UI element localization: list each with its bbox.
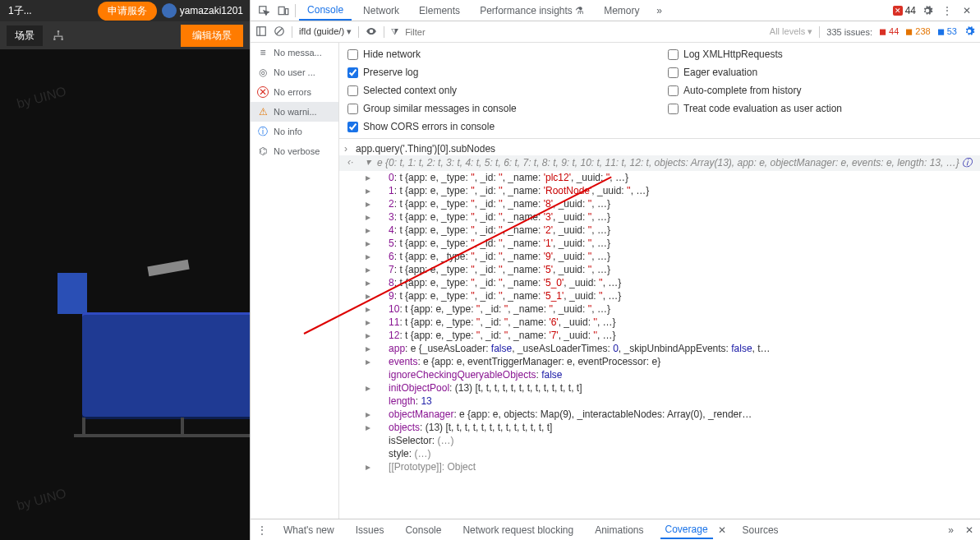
window-tab[interactable]: 1子... xyxy=(0,4,40,18)
console-prop-objects[interactable]: ▸ objects: (13) [t, t, t, t, t, t, t, t,… xyxy=(339,421,980,434)
console-prop-initpool[interactable]: ▸ initObjectPool: (13) [t, t, t, t, t, t… xyxy=(339,381,980,395)
sidebar-item-user[interactable]: ◎No user ... xyxy=(251,62,338,82)
tab-console[interactable]: Console xyxy=(299,1,352,21)
filter-input[interactable] xyxy=(405,27,518,37)
sidebar-item-errors[interactable]: ✕No errors xyxy=(251,82,338,102)
more-tabs-icon[interactable]: » xyxy=(651,2,668,19)
issue-info-count: ◼ 53 xyxy=(937,26,957,37)
warning-icon: ⚠ xyxy=(257,106,269,118)
console-prop-ignore[interactable]: ignoreCheckingQueryableObjects: false xyxy=(339,368,980,381)
console-prop-style[interactable]: style: (…) xyxy=(339,447,980,460)
close-tab-icon[interactable]: ✕ xyxy=(718,524,726,536)
close-drawer-icon[interactable]: ✕ xyxy=(965,524,973,536)
drawer-tab-coverage[interactable]: Coverage xyxy=(660,521,713,539)
close-devtools-icon[interactable]: ✕ xyxy=(959,2,975,19)
console-array-item[interactable]: ▸ 11: t {app: e, _type: '', _id: '', _na… xyxy=(339,316,980,329)
drawer-tab-console[interactable]: Console xyxy=(400,522,446,538)
console-array-item[interactable]: ▸ 9: t {app: e, _type: '', _id: '', _nam… xyxy=(339,289,980,302)
sidebar-item-warnings[interactable]: ⚠No warni... xyxy=(251,102,338,122)
watermark: by UINO xyxy=(16,84,68,111)
console-result-header[interactable]: ‹·▾ e {0: t, 1: t, 2: t, 3: t, 4: t, 5: … xyxy=(339,155,980,171)
scene-toolbar: 场景 编辑场景 xyxy=(0,21,250,49)
issue-error-count: ◼ 44 xyxy=(879,26,899,37)
edit-scene-button[interactable]: 编辑场景 xyxy=(181,25,243,47)
chk-group-similar[interactable]: Group similar messages in console xyxy=(347,100,651,117)
console-prompt-line: › app.query('.Thing')[0].subNodes xyxy=(339,142,980,155)
console-prop-isselector[interactable]: isSelector: (…) xyxy=(339,434,980,447)
console-array-item[interactable]: ▸ 5: t {app: e, _type: '', _id: '', _nam… xyxy=(339,237,980,250)
username-label: yamazaki1201 xyxy=(180,5,243,16)
context-selector[interactable]: ifId (guide/) ▾ xyxy=(299,26,352,37)
settings-icon[interactable] xyxy=(919,2,936,19)
console-array-item[interactable]: ▸ 1: t {app: e, _type: '', _id: '', _nam… xyxy=(339,184,980,197)
console-prop-app[interactable]: ▸ app: e {_useAsLoader: false, _useAsLoa… xyxy=(339,342,980,355)
bug-icon: ⌬ xyxy=(257,145,269,157)
console-array-item[interactable]: ▸ 4: t {app: e, _type: '', _id: '', _nam… xyxy=(339,224,980,237)
engine-model[interactable] xyxy=(49,288,250,452)
console-array-item[interactable]: ▸ 3: t {app: e, _type: '', _id: '', _nam… xyxy=(339,210,980,224)
inspect-icon[interactable] xyxy=(255,2,272,19)
chk-hide-network[interactable]: Hide network xyxy=(347,46,651,62)
svg-rect-6 xyxy=(257,26,266,35)
sidebar-item-verbose[interactable]: ⌬No verbose xyxy=(251,141,338,161)
console-settings-icon[interactable] xyxy=(964,25,975,39)
levels-dropdown[interactable]: All levels ▾ xyxy=(770,26,812,37)
device-toggle-icon[interactable] xyxy=(275,2,292,19)
svg-rect-1 xyxy=(53,39,55,40)
console-prop-objmgr[interactable]: ▸ objectManager: e {app: e, objects: Map… xyxy=(339,408,980,421)
drawer-tab-whatsnew[interactable]: What's new xyxy=(278,522,339,538)
drawer-tab-netblock[interactable]: Network request blocking xyxy=(458,522,578,538)
chevron-down-icon: ▾ xyxy=(347,26,352,36)
chk-selected-ctx[interactable]: Selected context only xyxy=(347,82,651,99)
drawer-tab-issues[interactable]: Issues xyxy=(351,522,389,538)
avatar[interactable] xyxy=(162,3,177,18)
sidebar-item-messages[interactable]: ≡No messa... xyxy=(251,43,338,62)
console-array-item[interactable]: ▸ 2: t {app: e, _type: '', _id: '', _nam… xyxy=(339,197,980,210)
watermark: by UINO xyxy=(16,486,68,513)
error-badge[interactable]: ✕44 xyxy=(893,5,916,16)
chk-preserve-log[interactable]: Preserve log xyxy=(347,64,651,81)
error-icon: ✕ xyxy=(257,86,269,98)
svg-rect-2 xyxy=(62,39,63,40)
chk-show-cors[interactable]: Show CORS errors in console xyxy=(347,118,651,135)
drawer-tab-animations[interactable]: Animations xyxy=(590,522,648,538)
tab-memory[interactable]: Memory xyxy=(596,2,647,20)
clear-console-icon[interactable] xyxy=(274,25,285,39)
tab-performance[interactable]: Performance insights ⚗ xyxy=(472,2,592,20)
sidebar-item-info[interactable]: ⓘNo info xyxy=(251,122,338,141)
console-output[interactable]: › app.query('.Thing')[0].subNodes ‹·▾ e … xyxy=(339,139,980,519)
flask-icon: ⚗ xyxy=(575,5,584,16)
svg-line-9 xyxy=(277,28,283,34)
svg-rect-5 xyxy=(285,8,288,14)
tab-elements[interactable]: Elements xyxy=(411,2,468,20)
console-array-item[interactable]: ▸ 6: t {app: e, _type: '', _id: '', _nam… xyxy=(339,250,980,263)
chk-treat-eval[interactable]: Treat code evaluation as user action xyxy=(668,100,972,117)
devtools-tabbar: Console Network Elements Performance ins… xyxy=(251,0,980,21)
apply-service-button[interactable]: 申请服务 xyxy=(98,2,157,21)
console-array-item[interactable]: ▸ 12: t {app: e, _type: '', _id: '', _na… xyxy=(339,329,980,342)
devtools-drawer: ⋮ What's new Issues Console Network requ… xyxy=(251,519,980,540)
live-expression-icon[interactable] xyxy=(366,25,377,39)
issues-summary[interactable]: 335 issues: ◼ 44 ◼ 238 ◼ 53 xyxy=(826,26,957,37)
console-array-item[interactable]: ▸ 0: t {app: e, _type: '', _id: '', _nam… xyxy=(339,171,980,184)
more-drawer-icon[interactable]: » xyxy=(948,524,954,536)
viewport-3d[interactable]: by UINO by UINO xyxy=(0,49,250,540)
list-icon: ≡ xyxy=(257,47,269,58)
console-sidebar: ≡No messa... ◎No user ... ✕No errors ⚠No… xyxy=(251,43,339,519)
console-prop-proto[interactable]: ▸ [[Prototype]]: Object xyxy=(339,460,980,473)
console-prop-events[interactable]: ▸ events: e {app: e, eventTriggerManager… xyxy=(339,355,980,368)
sidebar-toggle-icon[interactable] xyxy=(255,25,267,39)
console-array-item[interactable]: ▸ 10: t {app: e, _type: '', _id: '', _na… xyxy=(339,302,980,316)
kebab-icon[interactable]: ⋮ xyxy=(257,524,267,536)
console-array-item[interactable]: ▸ 8: t {app: e, _type: '', _id: '', _nam… xyxy=(339,276,980,289)
chk-eager-eval[interactable]: Eager evaluation xyxy=(668,64,972,81)
svg-rect-4 xyxy=(278,7,284,14)
drawer-tab-sources[interactable]: Sources xyxy=(738,522,784,538)
chk-autocomplete[interactable]: Auto-complete from history xyxy=(668,82,972,99)
chk-log-xhr[interactable]: Log XMLHttpRequests xyxy=(668,46,972,62)
hierarchy-icon[interactable] xyxy=(53,30,64,41)
tab-network[interactable]: Network xyxy=(355,2,407,20)
console-prop-length[interactable]: length: 13 xyxy=(339,395,980,408)
kebab-icon[interactable]: ⋮ xyxy=(939,2,955,19)
scene-tab[interactable]: 场景 xyxy=(7,25,43,46)
